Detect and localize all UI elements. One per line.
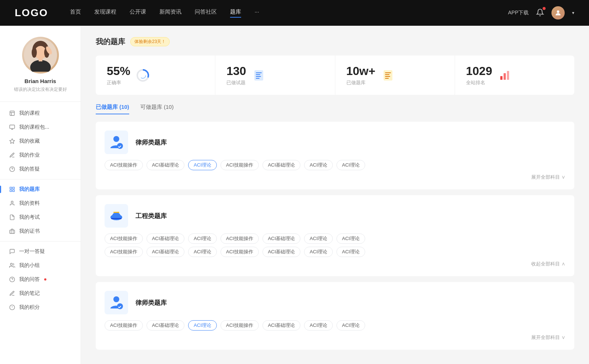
qbank-icon-lawyer-2 <box>105 291 128 314</box>
tag-1-2[interactable]: ACI理论 <box>188 160 217 170</box>
user-name: Brian Harris <box>7 78 73 84</box>
sidebar-label-exam: 我的考试 <box>19 214 40 221</box>
svg-rect-41 <box>385 74 389 75</box>
bar-chart-icon <box>498 69 511 82</box>
svg-point-23 <box>11 201 13 203</box>
tag-3-6[interactable]: ACI理论 <box>336 320 365 331</box>
stat-accuracy: 55% 正确率 <box>96 56 215 95</box>
coursepack-icon <box>9 124 15 131</box>
nav-menu: 首页 发现课程 公开课 新闻资讯 问答社区 题库 ··· <box>70 8 508 18</box>
answers-icon <box>9 276 15 283</box>
user-dropdown-arrow[interactable]: ▾ <box>572 10 574 15</box>
svg-rect-35 <box>256 72 262 73</box>
sidebar-menu: 我的课程 我的课程包... 我的收藏 我的作业 <box>0 102 81 319</box>
qbank-name-2: 工程类题库 <box>135 212 167 220</box>
tag-2-r2-5[interactable]: ACI理论 <box>304 247 333 257</box>
svg-rect-50 <box>113 212 119 213</box>
tag-3-3[interactable]: ACI技能操作 <box>221 320 259 331</box>
nav-discover[interactable]: 发现课程 <box>94 8 116 18</box>
group-icon <box>9 262 15 269</box>
tag-1-0[interactable]: ACI技能操作 <box>105 160 143 170</box>
sidebar-item-myqa[interactable]: 我的答疑 <box>0 162 81 176</box>
nav-home[interactable]: 首页 <box>70 8 81 18</box>
sidebar-item-homework[interactable]: 我的作业 <box>0 148 81 162</box>
sidebar-item-material[interactable]: 我的资料 <box>0 196 81 210</box>
tag-1-6[interactable]: ACI理论 <box>336 160 365 170</box>
nav-more[interactable]: ··· <box>254 8 259 18</box>
svg-rect-45 <box>504 73 506 80</box>
sidebar-item-favorites[interactable]: 我的收藏 <box>0 134 81 148</box>
tag-3-2[interactable]: ACI理论 <box>188 320 217 331</box>
collapse-btn-2[interactable]: 收起全部科目 ∧ <box>105 261 565 267</box>
tag-3-0[interactable]: ACI技能操作 <box>105 320 143 331</box>
tag-2-0[interactable]: ACI技能操作 <box>105 233 143 244</box>
avatar-image <box>24 39 57 72</box>
sidebar-item-courses[interactable]: 我的课程 <box>0 106 81 120</box>
tag-2-r2-4[interactable]: ACI基础理论 <box>262 247 301 257</box>
tag-2-3[interactable]: ACI技能操作 <box>221 233 259 244</box>
expand-btn-3[interactable]: 展开全部科目 ∨ <box>105 334 565 341</box>
sidebar-item-cert[interactable]: 我的证书 <box>0 224 81 238</box>
points-icon <box>9 304 15 311</box>
tag-2-r2-3[interactable]: ACI技能操作 <box>221 247 259 257</box>
svg-rect-34 <box>254 70 263 81</box>
sidebar-item-points[interactable]: 我的积分 <box>0 300 81 314</box>
svg-point-25 <box>10 263 12 265</box>
svg-point-48 <box>117 143 123 149</box>
tag-3-4[interactable]: ACI基础理论 <box>262 320 301 331</box>
expand-btn-1[interactable]: 展开全部科目 ∨ <box>105 174 565 181</box>
sidebar-item-notes[interactable]: 我的笔记 <box>0 286 81 300</box>
tag-3-1[interactable]: ACI基础理论 <box>147 320 185 331</box>
tab-done-banks[interactable]: 已做题库 (10) <box>96 104 129 114</box>
sidebar-item-group[interactable]: 我的小组 <box>0 258 81 272</box>
svg-rect-46 <box>507 71 509 80</box>
sidebar-item-answers[interactable]: 我的问答 <box>0 272 81 286</box>
user-avatar-nav[interactable] <box>551 6 565 19</box>
logo[interactable]: LOGO <box>15 7 48 19</box>
tag-1-1[interactable]: ACI基础理论 <box>147 160 185 170</box>
svg-rect-38 <box>256 78 260 79</box>
stat-accuracy-label: 正确率 <box>107 79 130 86</box>
notification-bell[interactable] <box>536 8 544 18</box>
user-profile: Brian Harris 错误的决定比没有决定要好 <box>0 37 81 102</box>
tabs-row: 已做题库 (10) 可做题库 (10) <box>96 104 574 114</box>
tab-available-banks[interactable]: 可做题库 (10) <box>140 104 174 114</box>
svg-rect-36 <box>256 74 260 75</box>
nav-news[interactable]: 新闻资讯 <box>159 8 181 18</box>
svg-rect-51 <box>111 218 121 219</box>
svg-rect-44 <box>500 76 502 80</box>
nav-opencourse[interactable]: 公开课 <box>130 8 146 18</box>
tag-2-r2-1[interactable]: ACI基础理论 <box>147 247 185 257</box>
sidebar-item-exam[interactable]: 我的考试 <box>0 210 81 224</box>
tag-2-1[interactable]: ACI基础理论 <box>147 233 185 244</box>
tag-2-r2-6[interactable]: ACI理论 <box>336 247 365 257</box>
tag-3-5[interactable]: ACI理论 <box>304 320 333 331</box>
sidebar-item-questionbank[interactable]: 我的题库 <box>0 182 81 196</box>
qbank-tags-1: ACI技能操作 ACI基础理论 ACI理论 ACI技能操作 ACI基础理论 AC… <box>105 160 565 170</box>
banks-icon <box>381 68 395 83</box>
sidebar-item-coursepack[interactable]: 我的课程包... <box>0 120 81 134</box>
tag-2-r2-2[interactable]: ACI理论 <box>188 247 217 257</box>
stat-rank: 1029 全站排名 <box>455 56 574 95</box>
tag-2-r2-0[interactable]: ACI技能操作 <box>105 247 143 257</box>
sidebar-label-notes: 我的笔记 <box>19 290 40 297</box>
stat-banks-done: 10w+ 已做题库 <box>335 56 455 95</box>
qbank-tags-3: ACI技能操作 ACI基础理论 ACI理论 ACI技能操作 ACI基础理论 AC… <box>105 320 565 331</box>
courses-icon <box>9 110 15 117</box>
tag-2-5[interactable]: ACI理论 <box>304 233 333 244</box>
app-download-btn[interactable]: APP下载 <box>508 10 529 16</box>
qbank-icon-lawyer-1 <box>105 131 128 154</box>
stat-rank-label: 全站排名 <box>466 79 492 86</box>
doc-yellow-icon <box>381 69 395 82</box>
tag-2-6[interactable]: ACI理论 <box>336 233 365 244</box>
qbank-card-3: 律师类题库 ACI技能操作 ACI基础理论 ACI理论 ACI技能操作 ACI基… <box>96 282 574 350</box>
tag-1-5[interactable]: ACI理论 <box>304 160 333 170</box>
sidebar-item-tutor[interactable]: 一对一答疑 <box>0 245 81 258</box>
tag-1-4[interactable]: ACI基础理论 <box>262 160 301 170</box>
svg-point-52 <box>113 296 119 302</box>
nav-qa[interactable]: 问答社区 <box>195 8 217 18</box>
tag-2-4[interactable]: ACI基础理论 <box>262 233 301 244</box>
nav-questionbank[interactable]: 题库 <box>230 8 241 18</box>
tag-1-3[interactable]: ACI技能操作 <box>221 160 259 170</box>
tag-2-2[interactable]: ACI理论 <box>188 233 217 244</box>
